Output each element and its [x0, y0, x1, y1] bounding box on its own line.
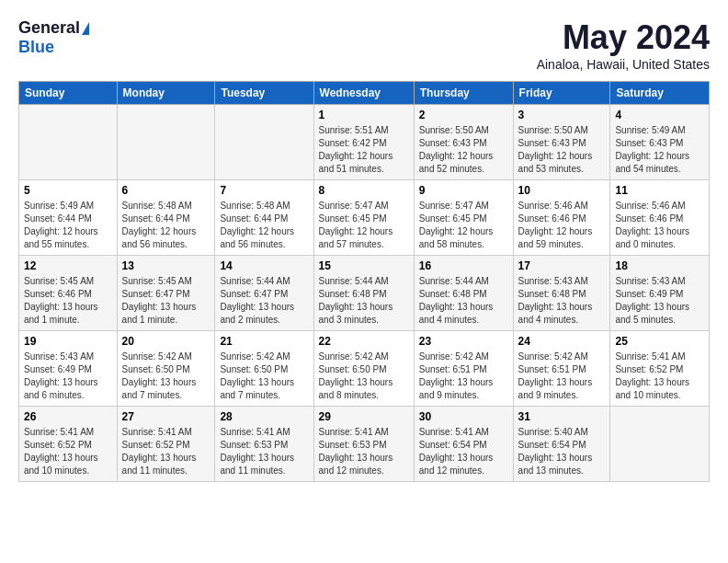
day-number: 4: [615, 109, 704, 121]
logo-general-text: General: [18, 18, 80, 38]
day-number: 18: [615, 259, 704, 272]
day-number: 23: [419, 335, 508, 348]
day-info: Sunrise: 5:43 AM Sunset: 6:48 PM Dayligh…: [518, 275, 606, 327]
day-info: Sunrise: 5:41 AM Sunset: 6:52 PM Dayligh…: [615, 350, 704, 402]
calendar-week-row: 1Sunrise: 5:51 AM Sunset: 6:42 PM Daylig…: [19, 105, 710, 180]
day-info: Sunrise: 5:40 AM Sunset: 6:54 PM Dayligh…: [518, 426, 606, 477]
day-header-thursday: Thursday: [414, 82, 513, 105]
day-number: 21: [220, 335, 308, 348]
day-number: 25: [615, 335, 704, 348]
calendar-cell: 2Sunrise: 5:50 AM Sunset: 6:43 PM Daylig…: [414, 105, 513, 180]
day-number: 26: [24, 410, 112, 423]
calendar-cell: 14Sunrise: 5:44 AM Sunset: 6:47 PM Dayli…: [215, 256, 313, 331]
day-number: 13: [122, 259, 210, 272]
calendar-cell: 10Sunrise: 5:46 AM Sunset: 6:46 PM Dayli…: [513, 180, 610, 256]
day-number: 2: [419, 109, 508, 121]
day-number: 16: [419, 259, 508, 272]
day-header-sunday: Sunday: [19, 82, 118, 105]
day-number: 31: [518, 410, 606, 423]
calendar-cell: 20Sunrise: 5:42 AM Sunset: 6:50 PM Dayli…: [117, 331, 215, 407]
day-info: Sunrise: 5:43 AM Sunset: 6:49 PM Dayligh…: [615, 275, 704, 327]
calendar-cell: 6Sunrise: 5:48 AM Sunset: 6:44 PM Daylig…: [117, 180, 215, 256]
day-number: 29: [319, 410, 409, 423]
calendar-cell: [610, 407, 710, 482]
day-info: Sunrise: 5:41 AM Sunset: 6:53 PM Dayligh…: [319, 426, 409, 477]
day-header-monday: Monday: [117, 82, 215, 105]
calendar-cell: 15Sunrise: 5:44 AM Sunset: 6:48 PM Dayli…: [313, 256, 414, 331]
calendar-cell: 24Sunrise: 5:42 AM Sunset: 6:51 PM Dayli…: [513, 331, 610, 407]
day-number: 19: [24, 335, 112, 348]
day-number: 15: [319, 259, 409, 272]
calendar-cell: 27Sunrise: 5:41 AM Sunset: 6:52 PM Dayli…: [117, 407, 215, 482]
day-number: 8: [319, 184, 409, 197]
day-info: Sunrise: 5:49 AM Sunset: 6:44 PM Dayligh…: [24, 200, 112, 251]
calendar-cell: 7Sunrise: 5:48 AM Sunset: 6:44 PM Daylig…: [215, 180, 313, 256]
day-info: Sunrise: 5:48 AM Sunset: 6:44 PM Dayligh…: [220, 200, 308, 251]
day-info: Sunrise: 5:42 AM Sunset: 6:51 PM Dayligh…: [518, 350, 606, 402]
day-info: Sunrise: 5:49 AM Sunset: 6:43 PM Dayligh…: [615, 124, 704, 176]
day-info: Sunrise: 5:47 AM Sunset: 6:45 PM Dayligh…: [319, 200, 409, 251]
day-info: Sunrise: 5:42 AM Sunset: 6:50 PM Dayligh…: [319, 350, 409, 402]
calendar-week-row: 26Sunrise: 5:41 AM Sunset: 6:52 PM Dayli…: [19, 407, 710, 482]
calendar-header-row: SundayMondayTuesdayWednesdayThursdayFrid…: [19, 82, 710, 105]
day-info: Sunrise: 5:50 AM Sunset: 6:43 PM Dayligh…: [518, 124, 606, 176]
calendar-cell: 4Sunrise: 5:49 AM Sunset: 6:43 PM Daylig…: [610, 105, 710, 180]
calendar-cell: 16Sunrise: 5:44 AM Sunset: 6:48 PM Dayli…: [414, 256, 513, 331]
day-number: 24: [518, 335, 606, 348]
calendar-cell: 18Sunrise: 5:43 AM Sunset: 6:49 PM Dayli…: [610, 256, 710, 331]
logo: General Blue: [18, 18, 89, 57]
calendar-cell: 30Sunrise: 5:41 AM Sunset: 6:54 PM Dayli…: [414, 407, 513, 482]
calendar-table: SundayMondayTuesdayWednesdayThursdayFrid…: [18, 81, 710, 482]
calendar-cell: 17Sunrise: 5:43 AM Sunset: 6:48 PM Dayli…: [513, 256, 610, 331]
location-text: Ainaloa, Hawaii, United States: [537, 57, 710, 72]
day-info: Sunrise: 5:47 AM Sunset: 6:45 PM Dayligh…: [419, 200, 508, 251]
day-header-wednesday: Wednesday: [313, 82, 414, 105]
day-info: Sunrise: 5:42 AM Sunset: 6:51 PM Dayligh…: [419, 350, 508, 402]
day-number: 28: [220, 410, 308, 423]
day-number: 11: [615, 184, 704, 197]
page-header: General Blue May 2024 Ainaloa, Hawaii, U…: [18, 18, 710, 72]
calendar-cell: 21Sunrise: 5:42 AM Sunset: 6:50 PM Dayli…: [215, 331, 313, 407]
day-info: Sunrise: 5:44 AM Sunset: 6:47 PM Dayligh…: [220, 275, 308, 327]
day-number: 30: [419, 410, 508, 423]
logo-triangle-icon: [82, 22, 89, 35]
day-info: Sunrise: 5:41 AM Sunset: 6:52 PM Dayligh…: [24, 426, 112, 477]
day-header-saturday: Saturday: [610, 82, 710, 105]
calendar-cell: 8Sunrise: 5:47 AM Sunset: 6:45 PM Daylig…: [313, 180, 414, 256]
calendar-cell: 11Sunrise: 5:46 AM Sunset: 6:46 PM Dayli…: [610, 180, 710, 256]
calendar-cell: 22Sunrise: 5:42 AM Sunset: 6:50 PM Dayli…: [313, 331, 414, 407]
day-number: 12: [24, 259, 112, 272]
day-info: Sunrise: 5:45 AM Sunset: 6:47 PM Dayligh…: [122, 275, 210, 327]
day-header-friday: Friday: [513, 82, 610, 105]
day-info: Sunrise: 5:51 AM Sunset: 6:42 PM Dayligh…: [319, 124, 409, 176]
day-info: Sunrise: 5:48 AM Sunset: 6:44 PM Dayligh…: [122, 200, 210, 251]
day-info: Sunrise: 5:43 AM Sunset: 6:49 PM Dayligh…: [24, 350, 112, 402]
day-number: 3: [518, 109, 606, 121]
calendar-cell: [19, 105, 118, 180]
day-info: Sunrise: 5:46 AM Sunset: 6:46 PM Dayligh…: [518, 200, 606, 251]
day-info: Sunrise: 5:45 AM Sunset: 6:46 PM Dayligh…: [24, 275, 112, 327]
day-number: 22: [319, 335, 409, 348]
calendar-cell: [215, 105, 313, 180]
month-title: May 2024: [537, 18, 710, 57]
day-header-tuesday: Tuesday: [215, 82, 313, 105]
day-info: Sunrise: 5:44 AM Sunset: 6:48 PM Dayligh…: [419, 275, 508, 327]
day-info: Sunrise: 5:41 AM Sunset: 6:52 PM Dayligh…: [122, 426, 210, 477]
day-info: Sunrise: 5:42 AM Sunset: 6:50 PM Dayligh…: [122, 350, 210, 402]
day-info: Sunrise: 5:42 AM Sunset: 6:50 PM Dayligh…: [220, 350, 308, 402]
title-area: May 2024 Ainaloa, Hawaii, United States: [537, 18, 710, 72]
calendar-cell: 29Sunrise: 5:41 AM Sunset: 6:53 PM Dayli…: [313, 407, 414, 482]
day-number: 20: [122, 335, 210, 348]
calendar-cell: 5Sunrise: 5:49 AM Sunset: 6:44 PM Daylig…: [19, 180, 118, 256]
calendar-cell: 28Sunrise: 5:41 AM Sunset: 6:53 PM Dayli…: [215, 407, 313, 482]
calendar-cell: 1Sunrise: 5:51 AM Sunset: 6:42 PM Daylig…: [313, 105, 414, 180]
day-number: 5: [24, 184, 112, 197]
day-number: 1: [319, 109, 409, 121]
calendar-cell: 12Sunrise: 5:45 AM Sunset: 6:46 PM Dayli…: [19, 256, 118, 331]
calendar-cell: 26Sunrise: 5:41 AM Sunset: 6:52 PM Dayli…: [19, 407, 118, 482]
day-number: 6: [122, 184, 210, 197]
day-info: Sunrise: 5:41 AM Sunset: 6:53 PM Dayligh…: [220, 426, 308, 477]
day-info: Sunrise: 5:41 AM Sunset: 6:54 PM Dayligh…: [419, 426, 508, 477]
day-info: Sunrise: 5:44 AM Sunset: 6:48 PM Dayligh…: [319, 275, 409, 327]
calendar-cell: 13Sunrise: 5:45 AM Sunset: 6:47 PM Dayli…: [117, 256, 215, 331]
